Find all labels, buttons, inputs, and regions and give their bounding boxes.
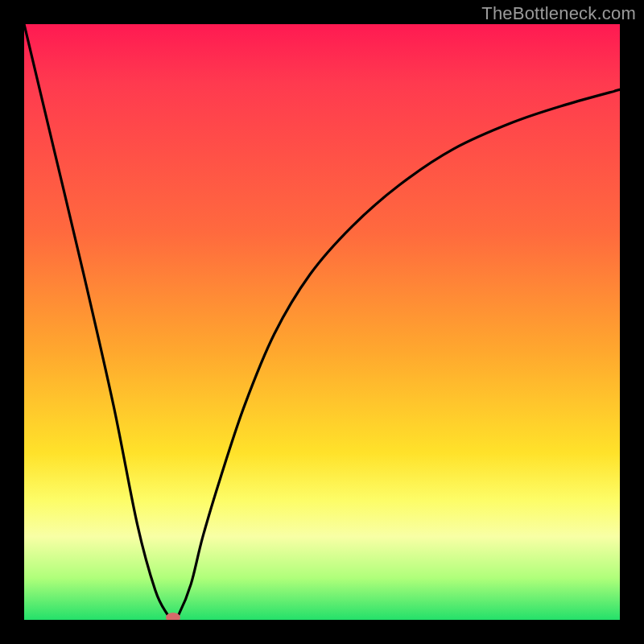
bottleneck-curve <box>24 24 620 620</box>
bottleneck-curve-svg <box>24 24 620 620</box>
attribution-text: TheBottleneck.com <box>481 3 636 24</box>
plot-area <box>24 24 620 620</box>
chart-frame: TheBottleneck.com <box>0 0 644 644</box>
